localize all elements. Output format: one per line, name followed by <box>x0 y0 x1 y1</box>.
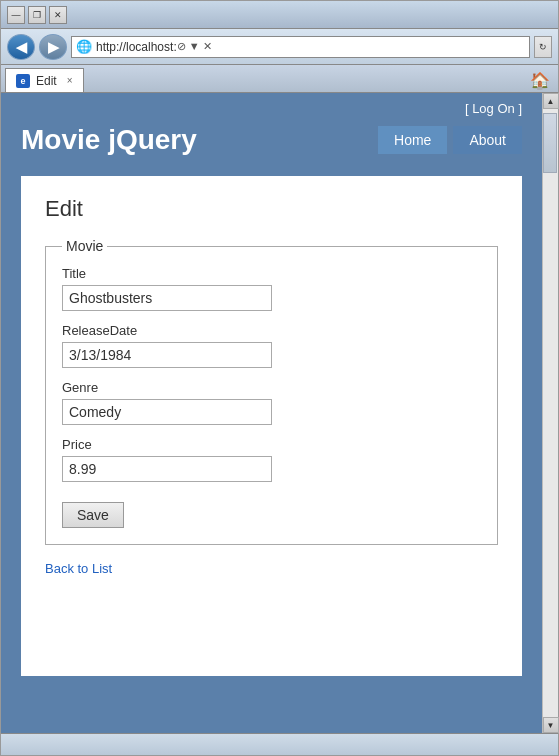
title-bar-left: — ❐ ✕ <box>7 6 67 24</box>
scroll-up-button[interactable]: ▲ <box>543 93 559 109</box>
nav-links: Home About <box>378 126 522 154</box>
maximize-button[interactable]: ❐ <box>28 6 46 24</box>
page-body: Edit Movie Title ReleaseDate Genre <box>21 176 522 676</box>
address-bar-input-wrap: 🌐 http://localhost: ⊘ ▼ ✕ <box>71 36 530 58</box>
price-label: Price <box>62 437 481 452</box>
price-input[interactable] <box>62 456 272 482</box>
tab-close-icon[interactable]: × <box>67 75 73 86</box>
back-button[interactable]: ◀ <box>7 34 35 60</box>
genre-group: Genre <box>62 380 481 425</box>
tab-label: Edit <box>36 74 57 88</box>
page-heading: Edit <box>45 196 498 222</box>
home-button[interactable]: 🏠 <box>526 68 554 92</box>
browser-window: — ❐ ✕ ◀ ▶ 🌐 http://localhost: ⊘ ▼ ✕ ↻ e … <box>0 0 559 756</box>
address-favicon: 🌐 <box>76 39 92 54</box>
title-group: Title <box>62 266 481 311</box>
favicon-letter: e <box>20 76 25 86</box>
genre-label: Genre <box>62 380 481 395</box>
forward-button[interactable]: ▶ <box>39 34 67 60</box>
scroll-down-button[interactable]: ▼ <box>543 717 559 733</box>
title-label: Title <box>62 266 481 281</box>
release-date-group: ReleaseDate <box>62 323 481 368</box>
back-to-list-link[interactable]: Back to List <box>45 561 498 576</box>
status-bar <box>1 733 558 755</box>
page-header: [ Log On ] <box>1 93 542 120</box>
active-tab[interactable]: e Edit × <box>5 68 84 92</box>
minimize-button[interactable]: — <box>7 6 25 24</box>
nav-about-button[interactable]: About <box>453 126 522 154</box>
site-header: Movie jQuery Home About <box>1 120 542 164</box>
address-text-extra: ⊘ ▼ ✕ <box>177 40 212 53</box>
address-text[interactable]: http://localhost: <box>96 40 177 54</box>
save-button[interactable]: Save <box>62 502 124 528</box>
release-date-label: ReleaseDate <box>62 323 481 338</box>
browser-content-area: [ Log On ] Movie jQuery Home About <box>1 93 558 733</box>
scrollbar: ▲ ▼ <box>542 93 558 733</box>
page: [ Log On ] Movie jQuery Home About <box>1 93 542 733</box>
genre-input[interactable] <box>62 399 272 425</box>
browser-content: [ Log On ] Movie jQuery Home About <box>1 93 542 733</box>
log-on-link[interactable]: [ Log On ] <box>465 101 522 116</box>
nav-home-button[interactable]: Home <box>378 126 447 154</box>
title-input[interactable] <box>62 285 272 311</box>
release-date-input[interactable] <box>62 342 272 368</box>
movie-fieldset: Movie Title ReleaseDate Genre <box>45 238 498 545</box>
scroll-thumb[interactable] <box>543 113 557 173</box>
address-bar: ◀ ▶ 🌐 http://localhost: ⊘ ▼ ✕ ↻ <box>1 29 558 65</box>
refresh-button[interactable]: ↻ <box>534 36 552 58</box>
price-group: Price <box>62 437 481 482</box>
log-on-text: [ Log On ] <box>465 101 522 116</box>
fieldset-legend: Movie <box>62 238 107 254</box>
title-bar: — ❐ ✕ <box>1 1 558 29</box>
tab-bar: e Edit × 🏠 <box>1 65 558 93</box>
tab-favicon: e <box>16 74 30 88</box>
scroll-track[interactable] <box>543 109 558 717</box>
close-button[interactable]: ✕ <box>49 6 67 24</box>
site-title: Movie jQuery <box>21 124 197 156</box>
